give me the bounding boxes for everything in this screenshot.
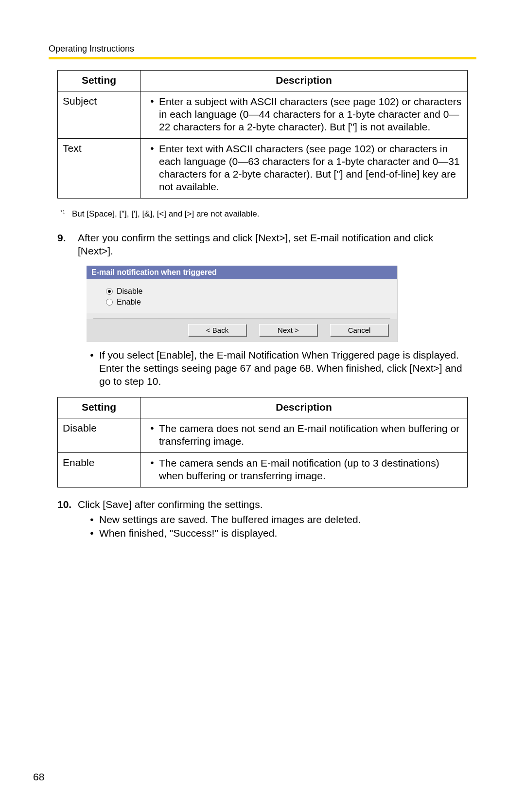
bullet-icon: • — [145, 143, 159, 193]
t1-head-desc: Description — [140, 71, 468, 91]
t2-head-setting: Setting — [58, 397, 140, 418]
t2-r0-desc: The camera does not send an E-mail notif… — [159, 422, 462, 448]
t2-r0-setting: Disable — [58, 418, 140, 452]
step-9-text: After you confirm the settings and click… — [78, 232, 468, 258]
t1-head-setting: Setting — [58, 71, 140, 91]
bullet-icon: • — [145, 457, 159, 482]
t1-r1-desc: Enter text with ASCII characters (see pa… — [159, 143, 462, 193]
radio-enable-label: Enable — [117, 298, 141, 307]
t1-r1-setting: Text — [58, 139, 140, 198]
page-number: 68 — [33, 771, 44, 783]
bullet-icon: • — [85, 527, 99, 540]
step-10-bullet: • New settings are saved. The buffered i… — [85, 513, 468, 526]
t2-r1-setting: Enable — [58, 452, 140, 487]
radio-icon — [106, 288, 113, 295]
t2-r1-desc: The camera sends an E-mail notification … — [159, 457, 462, 482]
t2-head-desc: Description — [140, 397, 468, 418]
step-9-note: • If you select [Enable], the E-mail Not… — [85, 349, 468, 388]
running-header: Operating Instructions — [49, 44, 476, 54]
radio-enable[interactable]: Enable — [106, 298, 397, 307]
radio-disable[interactable]: Disable — [106, 287, 397, 296]
step-10: 10. Click [Save] after confirming the se… — [57, 498, 468, 541]
bullet-icon: • — [85, 349, 99, 388]
t1-r0-desc: Enter a subject with ASCII characters (s… — [159, 95, 462, 133]
t1-r0-setting: Subject — [58, 91, 140, 139]
footnote-text: But [Space], ["], ['], [&], [<] and [>] … — [72, 209, 259, 219]
step-10-text: Click [Save] after confirming the settin… — [78, 498, 468, 511]
bullet-icon: • — [145, 95, 159, 133]
step-9-number: 9. — [57, 232, 78, 258]
table-row: Text • Enter text with ASCII characters … — [58, 139, 468, 198]
back-button[interactable]: < Back — [188, 324, 246, 336]
footnote: *1 But [Space], ["], ['], [&], [<] and [… — [57, 209, 468, 219]
step-10-number: 10. — [57, 498, 78, 541]
bullet-icon: • — [85, 513, 99, 526]
footnote-mark: *1 — [60, 209, 72, 219]
table-row: Enable • The camera sends an E-mail noti… — [58, 452, 468, 487]
step-10-bullet-0: New settings are saved. The buffered ima… — [99, 513, 361, 526]
step-9: 9. After you confirm the settings and cl… — [57, 232, 468, 258]
step-10-bullet: • When finished, "Success!" is displayed… — [85, 527, 468, 540]
email-notification-dialog: E-mail notification when triggered Disab… — [87, 266, 398, 342]
bullet-icon: • — [145, 422, 159, 448]
settings-table-2: Setting Description Disable • The camera… — [57, 397, 468, 487]
header-rule — [49, 57, 476, 59]
radio-disable-label: Disable — [117, 287, 142, 296]
radio-icon — [106, 299, 113, 306]
step-9-note-text: If you select [Enable], the E-mail Notif… — [99, 349, 468, 388]
cancel-button[interactable]: Cancel — [330, 324, 388, 336]
step-10-bullet-1: When finished, "Success!" is displayed. — [99, 527, 277, 540]
table-row: Disable • The camera does not send an E-… — [58, 418, 468, 452]
dialog-title: E-mail notification when triggered — [87, 266, 397, 279]
table-row: Subject • Enter a subject with ASCII cha… — [58, 91, 468, 139]
next-button[interactable]: Next > — [259, 324, 317, 336]
settings-table-1: Setting Description Subject • Enter a su… — [57, 70, 468, 198]
